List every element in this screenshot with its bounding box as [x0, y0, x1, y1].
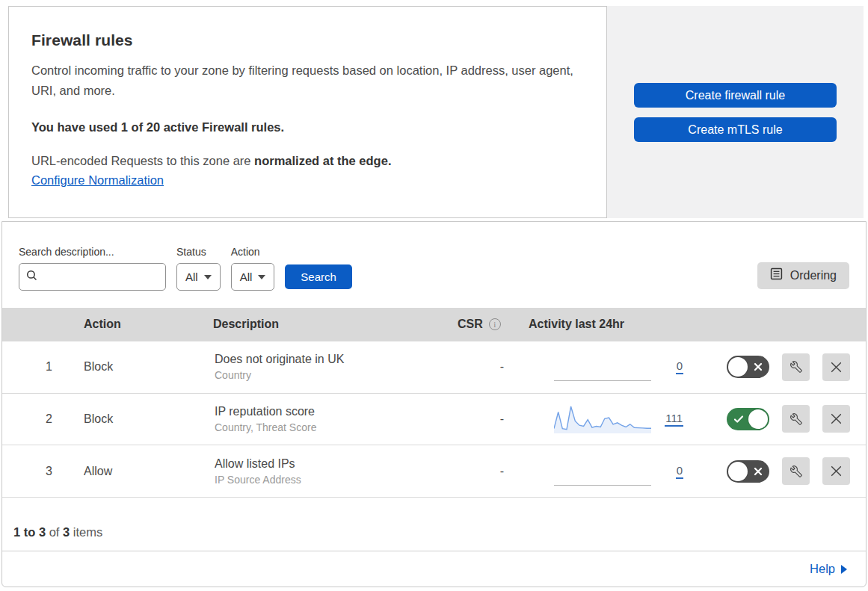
search-filter-group: Search description... — [19, 246, 166, 291]
table-header: Action Description CSR i Activity last 2… — [2, 308, 866, 341]
usage-note: You have used 1 of 20 active Firewall ru… — [31, 120, 576, 134]
create-firewall-rule-button[interactable]: Create firewall rule — [634, 83, 837, 108]
table-row: 1 Block Does not originate in UK Country… — [2, 341, 866, 394]
rule-description-cell: Allow listed IPs IP Source Address — [206, 457, 451, 486]
rule-description: Does not originate in UK — [215, 353, 451, 366]
action-dropdown[interactable]: All — [231, 263, 275, 291]
rule-description: Allow listed IPs — [215, 457, 451, 471]
toggle-knob — [748, 409, 768, 429]
activity-count-link[interactable]: 0 — [676, 464, 683, 479]
close-icon — [830, 361, 843, 374]
activity-sparkline — [554, 352, 651, 382]
action-filter-group: Action All — [231, 246, 275, 291]
rule-description: IP reputation score — [215, 405, 451, 418]
column-header-activity: Activity last 24hr — [517, 318, 689, 331]
rule-priority: 2 — [2, 412, 77, 426]
rule-action: Allow — [77, 465, 206, 478]
rule-enabled-toggle[interactable] — [727, 408, 769, 430]
rule-activity-cell: 0 — [517, 352, 689, 382]
ordering-list-icon — [770, 267, 783, 283]
delete-rule-button[interactable] — [822, 353, 850, 381]
arrow-right-icon — [841, 565, 847, 574]
delete-rule-button[interactable] — [822, 457, 850, 485]
help-link-label: Help — [810, 562, 835, 576]
activity-sparkline — [554, 404, 651, 434]
ordering-button-label: Ordering — [790, 269, 837, 282]
toggle-knob — [728, 357, 748, 377]
chevron-down-icon — [204, 275, 212, 279]
filter-bar: Search description... Status All Action … — [2, 222, 866, 308]
search-icon — [25, 269, 38, 285]
status-dropdown[interactable]: All — [176, 263, 221, 291]
search-button[interactable]: Search — [285, 264, 352, 289]
column-header-description: Description — [206, 318, 451, 331]
status-filter-group: Status All — [176, 246, 221, 291]
items-text: items — [70, 525, 102, 539]
chevron-down-icon — [258, 275, 265, 279]
rule-csr: - — [451, 465, 517, 478]
rule-csr: - — [451, 412, 517, 426]
rule-enabled-toggle[interactable] — [727, 460, 769, 483]
rule-activity-cell: 111 — [517, 404, 689, 434]
actions-panel: Create firewall rule Create mTLS rule — [607, 6, 864, 218]
status-label: Status — [176, 246, 221, 258]
search-input-wrapper — [19, 263, 166, 291]
table-row: 2 Block IP reputation score Country, Thr… — [2, 394, 866, 446]
ordering-button[interactable]: Ordering — [757, 262, 849, 289]
rule-action: Block — [77, 360, 206, 374]
rules-panel: Search description... Status All Action … — [1, 221, 867, 587]
action-label: Action — [231, 246, 275, 258]
items-range: 1 to 3 — [13, 525, 46, 539]
delete-rule-button[interactable] — [822, 405, 850, 433]
edit-rule-button[interactable] — [782, 457, 810, 485]
rule-criteria: Country — [215, 369, 451, 381]
close-icon — [830, 465, 843, 477]
intro-card: Firewall rules Control incoming traffic … — [8, 6, 607, 218]
info-icon[interactable]: i — [489, 318, 501, 330]
page-title: Firewall rules — [31, 31, 576, 49]
pagination-summary: 1 to 3 of 3 items — [2, 498, 866, 551]
action-dropdown-value: All — [240, 270, 253, 283]
search-label: Search description... — [19, 246, 166, 258]
toggle-on-check-icon — [733, 413, 745, 425]
toggle-knob — [728, 462, 748, 481]
rule-csr: - — [451, 360, 517, 374]
rule-criteria: Country, Threat Score — [215, 421, 451, 433]
normalization-note: URL-encoded Requests to this zone are no… — [31, 154, 576, 168]
column-header-csr: CSR i — [451, 318, 517, 331]
edit-rule-button[interactable] — [782, 405, 810, 433]
search-description-input[interactable] — [38, 270, 159, 283]
wrench-icon — [790, 361, 802, 373]
rule-activity-cell: 0 — [517, 457, 689, 486]
normalization-prefix: URL-encoded Requests to this zone are — [31, 154, 254, 167]
rule-description-cell: IP reputation score Country, Threat Scor… — [206, 405, 451, 433]
rule-criteria: IP Source Address — [215, 474, 451, 486]
status-dropdown-value: All — [185, 270, 198, 283]
table-row: 3 Allow Allow listed IPs IP Source Addre… — [2, 445, 866, 498]
rule-action: Block — [77, 412, 206, 426]
rule-priority: 1 — [2, 360, 77, 374]
create-mtls-rule-button[interactable]: Create mTLS rule — [634, 117, 837, 142]
edit-rule-button[interactable] — [782, 353, 810, 381]
rule-controls — [689, 457, 866, 485]
of-text: of — [46, 525, 63, 539]
intro-description: Control incoming traffic to your zone by… — [31, 61, 576, 101]
configure-normalization-link[interactable]: Configure Normalization — [31, 173, 164, 187]
rule-description-cell: Does not originate in UK Country — [206, 353, 451, 381]
activity-count-link[interactable]: 111 — [665, 412, 683, 427]
toggle-off-x-icon — [752, 465, 764, 477]
help-footer: Help — [2, 551, 866, 587]
csr-header-label: CSR — [458, 318, 483, 331]
wrench-icon — [790, 465, 802, 477]
rule-controls — [689, 405, 866, 433]
top-section: Firewall rules Control incoming traffic … — [8, 6, 864, 218]
wrench-icon — [790, 413, 802, 425]
activity-sparkline — [554, 457, 651, 486]
items-total: 3 — [63, 525, 70, 539]
help-link[interactable]: Help — [810, 562, 847, 576]
rule-controls — [689, 353, 866, 381]
rule-enabled-toggle[interactable] — [727, 356, 769, 378]
column-header-action: Action — [77, 318, 206, 331]
activity-count-link[interactable]: 0 — [676, 359, 683, 374]
rule-priority: 3 — [2, 465, 77, 478]
